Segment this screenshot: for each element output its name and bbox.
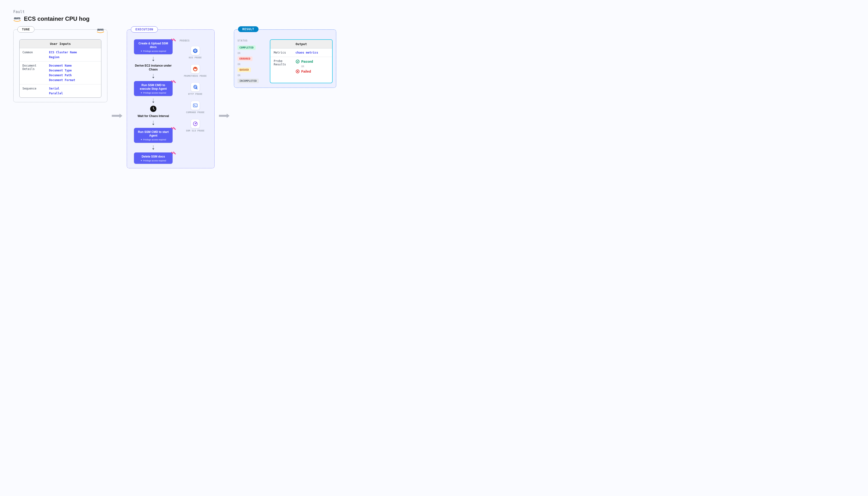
input-value: Document Type: [49, 69, 75, 72]
output-row-probe-results: Probe Results Passed OR Failed: [270, 57, 332, 76]
or-label: OR: [238, 52, 267, 55]
flow-connector-icon: [152, 145, 154, 150]
probe-results-label: Probe Results: [274, 59, 293, 66]
step-wait-interval: Wait for Chaos Interval: [138, 114, 169, 118]
inputs-section-common: Common ECS Cluster Name Region: [19, 48, 101, 62]
user-inputs-card: User Inputs Common ECS Cluster Name Regi…: [19, 39, 101, 98]
metrics-label: Metrics: [274, 51, 293, 54]
step-title: Delete SSM docs: [136, 155, 170, 158]
probe-label: HTTP PROBE: [188, 93, 202, 96]
step-derive-ec2: Derive EC2 instance under Chaos: [130, 64, 176, 72]
page-title: ECS container CPU hog: [24, 15, 90, 22]
step-title: Create & Upload SSM docs: [136, 42, 170, 49]
probe-label: SRM SLO PROBE: [186, 129, 205, 133]
probe-label: COMMAND PROBE: [186, 111, 205, 114]
decoration-icon: [170, 150, 175, 155]
probe-http: HTTP PROBE: [188, 83, 202, 96]
flow-arrow-icon: [219, 114, 230, 118]
flow-connector-icon: [152, 74, 154, 79]
prometheus-icon: [191, 65, 200, 73]
output-card: Output Metrics chaos metrics Probe Resul…: [270, 39, 333, 83]
page-header: Fault aws ECS container CPU hog: [13, 10, 855, 22]
check-circle-icon: [295, 59, 300, 64]
probe-k8s: K8S PROBE: [189, 46, 201, 59]
privilege-note: ✦Privilege access required: [136, 138, 170, 141]
step-create-upload-ssm: Create & Upload SSM docs ✦Privilege acce…: [134, 39, 172, 54]
execution-flow: Create & Upload SSM docs ✦Privilege acce…: [130, 39, 176, 164]
status-heading: STATUS: [238, 39, 267, 42]
step-delete-ssm: Delete SSM docs ✦Privilege access requir…: [134, 153, 172, 164]
k8s-icon: [191, 46, 200, 55]
step-title: Run SSM CMD to start Agent: [136, 130, 170, 138]
tune-panel: TUNE aws User Inputs Common ECS Cluster …: [13, 29, 107, 102]
tune-badge: TUNE: [17, 26, 34, 33]
input-value: Document Format: [49, 78, 75, 82]
aws-logo-icon: aws: [96, 27, 104, 33]
inputs-label: Common: [22, 51, 47, 59]
input-value: Document Path: [49, 74, 75, 77]
inputs-section-document-details: Document Details Document Name Document …: [19, 62, 101, 84]
privilege-note: ✦Privilege access required: [136, 92, 170, 94]
output-row-metrics: Metrics chaos metrics: [270, 48, 332, 57]
flow-connector-icon: [152, 121, 154, 125]
diagram-canvas: TUNE aws User Inputs Common ECS Cluster …: [13, 29, 855, 168]
flow-connector-icon: [152, 57, 154, 62]
probes-heading: PROBES: [180, 39, 211, 42]
inputs-section-sequence: Sequence Serial Parallel: [19, 84, 101, 97]
clock-icon: [150, 106, 156, 112]
probe-command: COMMAND PROBE: [186, 101, 205, 114]
status-completed: COMPLETED: [238, 45, 256, 50]
user-inputs-title: User Inputs: [19, 40, 101, 48]
probe-prometheus: PROMETHEUS PROBE: [184, 65, 207, 78]
input-value: Region: [49, 56, 77, 59]
step-title: Run SSM CMD to execute Stop Agent: [136, 83, 170, 91]
svg-rect-12: [193, 104, 197, 107]
probes-column: PROBES K8S PROBE PROMETHEUS PROBE: [180, 39, 211, 164]
svg-point-15: [195, 123, 196, 124]
probe-srm-slo: SRM SLO PROBE: [186, 120, 205, 133]
status-incompleted: INCOMPLETED: [238, 79, 259, 83]
svg-line-11: [197, 89, 197, 90]
decoration-icon: [170, 126, 175, 130]
step-run-ssm-start: Run SSM CMD to start Agent ✦Privilege ac…: [134, 128, 172, 143]
flow-arrow-icon: [112, 114, 122, 118]
or-label: OR: [301, 65, 313, 68]
privilege-note: ✦Privilege access required: [136, 159, 170, 162]
execution-badge: EXECUTION: [131, 26, 158, 33]
result-badge: RESULT: [238, 26, 259, 32]
execution-panel: EXECUTION Create & Upload SSM docs ✦Priv…: [127, 29, 215, 168]
inputs-label: Document Details: [22, 64, 47, 82]
gauge-icon: [191, 120, 200, 128]
terminal-icon: [191, 101, 200, 110]
probe-label: PROMETHEUS PROBE: [184, 75, 207, 78]
probe-label: K8S PROBE: [189, 57, 201, 59]
decoration-icon: [170, 37, 175, 42]
or-label: OR: [238, 74, 267, 77]
output-title: Output: [270, 40, 332, 48]
status-column: STATUS COMPLETED OR ERRORED OR QUEUED OR…: [238, 39, 267, 83]
metrics-value: chaos metrics: [295, 51, 318, 54]
input-value: Parallel: [49, 92, 63, 95]
flow-connector-icon: [152, 98, 154, 103]
globe-icon: [191, 83, 200, 91]
input-value: ECS Cluster Name: [49, 51, 77, 54]
x-circle-icon: [295, 69, 300, 74]
or-label: OR: [238, 63, 267, 66]
failed-result: Failed: [295, 69, 313, 74]
status-errored: ERRORED: [238, 57, 253, 61]
inputs-label: Sequence: [22, 87, 47, 95]
result-panel: RESULT STATUS COMPLETED OR ERRORED OR QU…: [234, 29, 336, 88]
header-eyebrow: Fault: [13, 10, 855, 14]
passed-result: Passed: [295, 59, 313, 64]
input-value: Serial: [49, 87, 63, 90]
decoration-icon: [170, 79, 175, 84]
step-run-ssm-stop: Run SSM CMD to execute Stop Agent ✦Privi…: [134, 81, 172, 96]
input-value: Document Name: [49, 64, 75, 67]
privilege-note: ✦Privilege access required: [136, 50, 170, 52]
aws-logo-icon: aws: [13, 16, 21, 22]
status-queued: QUEUED: [238, 67, 251, 72]
